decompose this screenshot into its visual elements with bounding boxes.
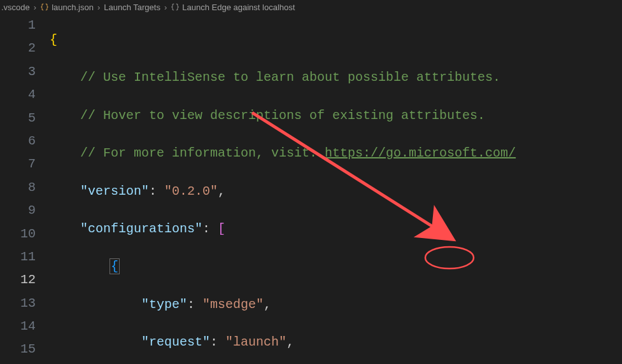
- line-number-gutter: 1 2 3 4 5 6 7 8 9 10 11 12 13 14 15: [0, 14, 50, 364]
- json-key: "request": [141, 335, 210, 349]
- code-line[interactable]: // Hover to view descriptions of existin…: [50, 104, 622, 127]
- code-line[interactable]: {: [50, 255, 622, 278]
- json-string: "launch": [225, 335, 286, 349]
- comment: // For more information, visit:: [80, 146, 325, 160]
- code-line[interactable]: "configurations": [: [50, 218, 622, 241]
- comment: // Hover to view descriptions of existin…: [80, 108, 485, 123]
- json-string: "0.2.0": [164, 184, 218, 199]
- code-area[interactable]: { // Use IntelliSense to learn about pos…: [50, 14, 622, 364]
- line-number: 10: [0, 223, 36, 246]
- line-number: 2: [0, 37, 36, 60]
- braces-icon: [40, 3, 49, 11]
- line-number: 5: [0, 107, 36, 130]
- line-number: 3: [0, 60, 36, 83]
- line-number: 12: [0, 269, 36, 291]
- code-line[interactable]: // For more information, visit: https://…: [50, 142, 622, 165]
- breadcrumb-label: Launch Edge against localhost: [182, 3, 295, 12]
- line-number: 1: [0, 14, 36, 37]
- breadcrumb-label: launch.json: [52, 3, 94, 12]
- comment: // Use IntelliSense to learn about possi…: [80, 70, 500, 85]
- code-line[interactable]: {: [50, 29, 622, 52]
- code-line[interactable]: "version": "0.2.0",: [50, 180, 622, 203]
- code-line[interactable]: "type": "msedge",: [50, 293, 622, 316]
- line-number: 14: [0, 315, 36, 338]
- json-string: "msedge": [202, 297, 264, 312]
- line-number: 6: [0, 130, 36, 153]
- line-number: 7: [0, 153, 36, 176]
- chevron-right-icon: ›: [163, 3, 168, 12]
- breadcrumb-item-config[interactable]: Launch Edge against localhost: [171, 3, 295, 12]
- breadcrumb-item-launchjson[interactable]: launch.json: [40, 3, 94, 12]
- braces-icon: [171, 3, 180, 11]
- line-number: 8: [0, 176, 36, 199]
- code-editor[interactable]: 1 2 3 4 5 6 7 8 9 10 11 12 13 14 15 { //…: [0, 14, 622, 364]
- breadcrumb-label: .vscode: [1, 3, 30, 12]
- line-number: 13: [0, 292, 36, 315]
- breadcrumb: .vscode › launch.json › Launch Targets ›…: [0, 0, 622, 14]
- line-number: 11: [0, 246, 36, 269]
- line-number: 9: [0, 199, 36, 222]
- chevron-right-icon: ›: [32, 3, 38, 12]
- json-key: "type": [141, 297, 187, 312]
- chevron-right-icon: ›: [96, 3, 101, 12]
- line-number: 15: [0, 338, 36, 361]
- json-key: "version": [80, 184, 149, 199]
- breadcrumb-item-vscode[interactable]: .vscode: [1, 3, 30, 12]
- code-line[interactable]: "request": "launch",: [50, 331, 622, 354]
- comment-link[interactable]: https://go.microsoft.com/: [325, 146, 516, 160]
- breadcrumb-label: Launch Targets: [104, 3, 160, 12]
- json-key: "configurations": [80, 221, 202, 236]
- breadcrumb-item-launchtargets[interactable]: Launch Targets: [104, 3, 160, 12]
- code-line[interactable]: // Use IntelliSense to learn about possi…: [50, 66, 622, 89]
- line-number: 4: [0, 83, 36, 106]
